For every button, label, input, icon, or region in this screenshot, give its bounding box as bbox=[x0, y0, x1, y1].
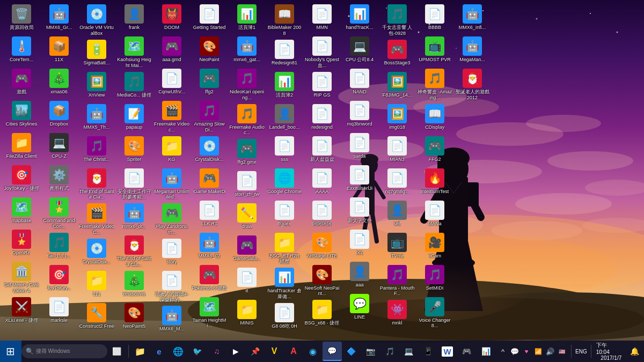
desktop-icon-5[interactable]: 📁FileZilla Client bbox=[3, 131, 40, 164]
desktop-icon-41[interactable]: 👹DOOM bbox=[153, 3, 191, 35]
desktop-icon-12[interactable]: 📦11X bbox=[40, 35, 78, 67]
desktop-icon-56[interactable]: 🎮Game MakerD bbox=[191, 167, 228, 199]
game-button[interactable]: 🎮 bbox=[457, 342, 476, 361]
desktop-icon-43[interactable]: 📄CqnwUthV... bbox=[153, 67, 191, 99]
desktop-icon-113[interactable]: 🎵神奇響盒 -Amazing... bbox=[416, 67, 453, 102]
desktop-icon-7[interactable]: 🗺️mapbase bbox=[3, 196, 40, 228]
desktop-icon-24[interactable]: 🤖MMX5_Th... bbox=[78, 102, 115, 135]
desktop-icon-8[interactable]: 🎖️OpenRA bbox=[3, 228, 40, 260]
desktop-icon-14[interactable]: 📦Dropbox bbox=[40, 99, 78, 131]
desktop-icon-20[interactable]: 📄marksle bbox=[40, 295, 78, 328]
desktop-icon-106[interactable]: 📄nq7gm8g... bbox=[378, 167, 416, 199]
desktop-icon-57[interactable]: 📄LLK R1 bbox=[191, 199, 228, 231]
desktop-icon-91[interactable]: 📊handTracK... bbox=[341, 3, 378, 35]
desktop-icon-68[interactable]: 🎮GameSalla... bbox=[228, 234, 266, 266]
desktop-icon-60[interactable]: 🗺️Tainan HeightMi... bbox=[191, 295, 228, 331]
desktop-icon-40[interactable]: 🎨NeoPaint5 bbox=[115, 301, 153, 334]
desktop-icon-13[interactable]: 🎄xmas06 bbox=[40, 67, 78, 99]
desktop-icon-19[interactable]: 🎯JoyToKey... bbox=[40, 263, 78, 295]
desktop-icon-67[interactable]: ✏️draw bbox=[228, 202, 266, 234]
desktop-icon-66[interactable]: 📄stori_zh_tw bbox=[228, 169, 266, 202]
desktop-icon-37[interactable]: 🤖mmx6_dr... bbox=[115, 202, 153, 234]
desktop-icon-15[interactable]: 💻CPU-Z bbox=[40, 131, 78, 164]
desktop-icon-81[interactable]: 📄MMN bbox=[303, 3, 341, 35]
desktop-icon-32[interactable]: 🗺️Kaohsiung Height Mai... bbox=[115, 35, 153, 70]
desktop-icon-23[interactable]: 🖼️XnView bbox=[78, 70, 115, 102]
desktop-icon-72[interactable]: 📄Redesign81 bbox=[266, 38, 303, 70]
desktop-icon-119[interactable]: 🎵SetMIDI bbox=[416, 263, 453, 295]
app-camera-button[interactable]: 📷 bbox=[361, 342, 380, 361]
desktop-icon-52[interactable]: 🎨NeoPaint bbox=[191, 35, 228, 67]
desktop-icon-78[interactable]: 📁BSG_R1.R2B 經歷 bbox=[266, 231, 303, 267]
start-button[interactable]: ⊞ bbox=[0, 341, 21, 362]
desktop-icon-50[interactable]: 🤖MMX6_M... bbox=[153, 304, 191, 336]
desktop-icon-51[interactable]: 📄Getting Started bbox=[191, 3, 228, 35]
media-play-button[interactable]: ▶ bbox=[226, 342, 246, 361]
desktop-icon-75[interactable]: 📄sss bbox=[266, 135, 303, 167]
music-button[interactable]: 🎵 bbox=[380, 342, 399, 361]
desktop-icon-4[interactable]: 🏙️Cities Skylines bbox=[3, 99, 40, 131]
desktop-icon-85[interactable]: 📄新人盆益盆 bbox=[303, 135, 341, 167]
desktop-icon-108[interactable]: 📺iTVme bbox=[378, 231, 416, 263]
edge-button[interactable]: e bbox=[149, 342, 169, 361]
desktop-icon-73[interactable]: 📊活頁簿2 bbox=[266, 70, 303, 102]
desktop-icon-29[interactable]: 📁111 bbox=[78, 269, 115, 301]
desktop-icon-36[interactable]: 📄安全衛生工作守則參考範... bbox=[115, 167, 153, 202]
desktop-icon-102[interactable]: 🎮BossStage3 bbox=[378, 38, 416, 70]
desktop-icon-95[interactable]: 📄sarda bbox=[341, 131, 378, 164]
desktop-icon-39[interactable]: 🎄xmascover bbox=[115, 269, 153, 301]
desktop-icon-98[interactable]: 📄bcc bbox=[341, 228, 378, 260]
desktop-icon-74[interactable]: 👤Landell_boo... bbox=[266, 102, 303, 135]
desktop-icon-94[interactable]: 📄mq3bnword bbox=[341, 99, 378, 131]
tray-network[interactable]: 📶 bbox=[533, 346, 543, 356]
desktop-icon-54[interactable]: 🎵Amazing Slow Di... bbox=[191, 99, 228, 135]
desktop-icon-120[interactable]: 🎤Voice Changer 8... bbox=[416, 295, 453, 331]
search-bar[interactable]: 🔍 搜尋 Windows bbox=[21, 344, 107, 358]
desktop-icon-30[interactable]: 🔧Construct2 Free bbox=[78, 301, 115, 334]
desktop-icon-70[interactable]: 📁MINIS bbox=[228, 298, 266, 330]
pc-button[interactable]: 💻 bbox=[399, 342, 419, 361]
app-diamond-button[interactable]: 🔷 bbox=[342, 342, 361, 361]
desktop-icon-100[interactable]: 💬LINE bbox=[341, 292, 378, 324]
desktop-icon-47[interactable]: 🎮Play Zandronum... bbox=[153, 202, 191, 237]
desktop-icon-9[interactable]: 🏛️Sid Meier's Civilization 4 bbox=[3, 260, 40, 295]
desktop-icon-53[interactable]: 🎮ffg2 bbox=[191, 67, 228, 99]
desktop-icon-2[interactable]: 🌡️CoreTem... bbox=[3, 35, 40, 67]
desktop-icon-46[interactable]: 🤖Megaman Unlimited... bbox=[153, 167, 191, 202]
desktop-icon-109[interactable]: 🎵Pantera - Mouth F... bbox=[378, 263, 416, 299]
desktop-icon-48[interactable]: 📄story bbox=[153, 237, 191, 269]
desktop-icon-92[interactable]: 💻CPU 公司8.4 bbox=[341, 35, 378, 67]
desktop-icon-49[interactable]: 📄活著人的冒險4-深愛妳的... bbox=[153, 269, 191, 305]
desktop-icon-123[interactable]: 🎅聖誕老人的遊戲 2012 bbox=[453, 67, 491, 102]
desktop-icon-25[interactable]: 🎵The Christ... bbox=[78, 135, 115, 167]
app-circle-button[interactable]: ◉ bbox=[303, 342, 323, 361]
desktop-icon-21[interactable]: 💿Oracle VM VirtualBox bbox=[78, 3, 115, 38]
clock-widget[interactable]: 下午 10:04 2017/1/7 bbox=[593, 342, 625, 361]
desktop-icon-3[interactable]: 🎮遊戲 bbox=[3, 67, 40, 99]
desktop-icon-89[interactable]: 🎨NeeSoft NeoPaint... bbox=[303, 263, 341, 299]
desktop-icon-61[interactable]: 📊活頁簿1 bbox=[228, 3, 266, 35]
desktop-icon-88[interactable]: 🎨ArtStage-LITE bbox=[303, 231, 341, 263]
notification-center-button[interactable]: 🔔 bbox=[625, 342, 644, 361]
desktop-icon-45[interactable]: 📁KG bbox=[153, 135, 191, 167]
desktop-icon-110[interactable]: 👾mnkl bbox=[378, 298, 416, 330]
desktop-icon-58[interactable]: 🤖MMX6_02 bbox=[191, 231, 228, 263]
tray-linepink[interactable]: ♥ bbox=[522, 346, 531, 356]
app-a-button[interactable]: A bbox=[284, 342, 303, 361]
task-view-button[interactable]: ⬜ bbox=[107, 342, 127, 361]
messenger-button[interactable]: 💬 bbox=[323, 342, 342, 361]
desktop-icon-16[interactable]: ⚙️應用程式 bbox=[40, 164, 78, 196]
desktop-icon-99[interactable]: 👤aaa bbox=[341, 260, 378, 292]
language-indicator[interactable]: ENG bbox=[573, 349, 589, 354]
desktop-icon-17[interactable]: 🎖️Command and Con... bbox=[40, 196, 78, 231]
desktop-icon-71[interactable]: 📖BibleMaker 2008 bbox=[266, 3, 303, 38]
desktop-icon-1[interactable]: 🗑️資源回收筒 bbox=[3, 3, 40, 35]
desktop-icon-115[interactable]: 🎮FFG2 bbox=[416, 135, 453, 167]
desktop-icon-55[interactable]: 💿CrystalDisk... bbox=[191, 135, 228, 167]
desktop-icon-10[interactable]: ⚔️XLiu.exe - 捷徑 bbox=[3, 295, 40, 328]
desktop-icon-33[interactable]: 🎵MediaCo... 捷徑 bbox=[115, 70, 153, 102]
desktop-icon-118[interactable]: 🎥oCam bbox=[416, 231, 453, 263]
pin-button[interactable]: 📌 bbox=[245, 342, 265, 361]
desktop-icon-90[interactable]: 📁BSG_x68 - 捷徑 bbox=[303, 298, 341, 330]
desktop-icon-122[interactable]: 🤖MegaMan... bbox=[453, 35, 491, 67]
